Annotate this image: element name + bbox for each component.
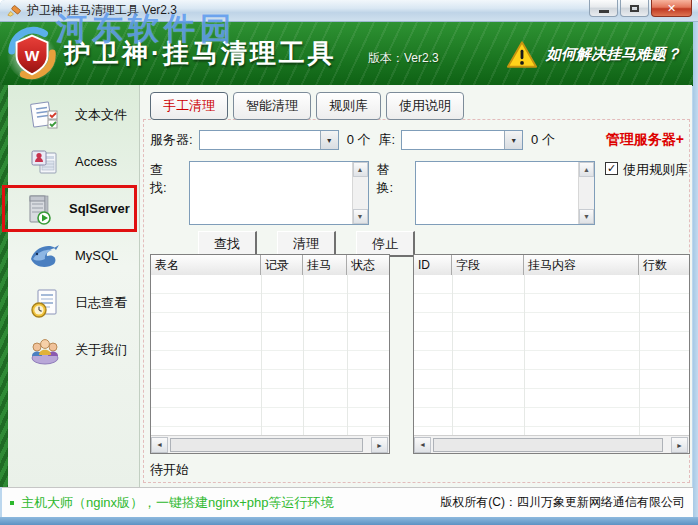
column-header-trojan-content[interactable]: 挂马内容: [524, 255, 639, 275]
tab-rule-library[interactable]: 规则库: [316, 92, 381, 120]
scroll-right-icon[interactable]: ►: [371, 437, 388, 453]
horizontal-scrollbar[interactable]: ◄ ►: [151, 435, 389, 453]
column-header-trojan[interactable]: 挂马: [303, 255, 347, 275]
find-label: 查 找:: [150, 161, 183, 225]
column-divider: [347, 275, 348, 436]
close-button[interactable]: ✕: [651, 0, 692, 17]
horizontal-scrollbar[interactable]: ◄ ►: [414, 435, 689, 453]
tab-smart-clean[interactable]: 智能清理: [233, 92, 311, 120]
scrollbar-thumb[interactable]: [433, 438, 663, 452]
column-divider: [303, 275, 304, 436]
help-link-text: 如何解决挂马难题？: [546, 45, 681, 64]
table-body[interactable]: [151, 275, 389, 436]
app-window: 护卫神·挂马清理工具 Ver2.3 ✕: [0, 0, 698, 525]
sidebar-item-sqlserver[interactable]: SqlServer: [2, 185, 137, 232]
replace-scrollbar[interactable]: ▲ ▼: [578, 162, 594, 224]
column-header-records[interactable]: 记录: [261, 255, 303, 275]
sidebar-item-label: 日志查看: [75, 294, 127, 312]
scroll-down-icon[interactable]: ▼: [579, 209, 594, 224]
table-body[interactable]: [414, 275, 689, 436]
tab-instructions[interactable]: 使用说明: [386, 92, 464, 120]
about-us-icon: [28, 333, 62, 367]
find-replace-row: 查 找: ▲ ▼ 替 换: ▲ ▼ ✓ 使用规则库: [150, 161, 688, 225]
column-divider: [524, 275, 525, 436]
title-bar: 护卫神·挂马清理工具 Ver2.3 ✕: [0, 0, 698, 22]
server-select[interactable]: ▼: [199, 130, 339, 150]
scroll-up-icon[interactable]: ▲: [579, 162, 594, 177]
scroll-up-icon[interactable]: ▲: [353, 162, 368, 177]
sidebar-item-text-file[interactable]: 文本文件: [8, 91, 139, 138]
warning-icon: [506, 40, 538, 69]
text-file-icon: [28, 98, 62, 132]
column-divider: [639, 275, 640, 436]
column-header-table-name[interactable]: 表名: [151, 255, 261, 275]
header-help-link[interactable]: 如何解决挂马难题？: [506, 40, 681, 69]
left-edge-decoration: [0, 85, 8, 487]
scrollbar-thumb[interactable]: [170, 438, 363, 452]
scroll-left-icon[interactable]: ◄: [414, 437, 431, 453]
window-controls: ✕: [589, 0, 692, 17]
db-select[interactable]: ▼: [401, 130, 523, 150]
app-brush-icon: [6, 3, 21, 18]
window-title: 护卫神·挂马清理工具 Ver2.3: [27, 2, 177, 19]
db-label: 库:: [378, 131, 395, 149]
sidebar-item-log-view[interactable]: 日志查看: [8, 279, 139, 326]
scroll-right-icon[interactable]: ►: [671, 437, 688, 453]
tab-bar: 手工清理 智能清理 规则库 使用说明: [150, 92, 464, 120]
sidebar-item-about-us[interactable]: 关于我们: [8, 326, 139, 373]
promo-text: 主机大师（nginx版），一键搭建nginx+php等运行环境: [21, 494, 333, 512]
shield-logo-icon: W: [4, 24, 62, 82]
scroll-down-icon[interactable]: ▼: [353, 209, 368, 224]
server-label: 服务器:: [150, 131, 193, 149]
column-divider: [452, 275, 453, 436]
tab-manual-clean[interactable]: 手工清理: [150, 92, 228, 120]
column-divider: [261, 275, 262, 436]
status-text: 待开始: [150, 461, 189, 479]
minimize-button[interactable]: [589, 0, 618, 17]
scroll-left-icon[interactable]: ◄: [151, 437, 168, 453]
main-panel: 手工清理 智能清理 规则库 使用说明 服务器: ▼ 0 个 库: ▼ 0 个 管…: [140, 85, 692, 487]
replace-label: 替 换:: [377, 161, 410, 225]
manage-servers-link[interactable]: 管理服务器+: [606, 131, 684, 149]
trojan-detail-list: ID 字段 挂马内容 行数 ◄ ►: [413, 254, 690, 454]
use-rules-checkbox[interactable]: ✓: [605, 162, 618, 175]
sidebar-item-label: 关于我们: [75, 341, 127, 359]
find-scrollbar[interactable]: ▲ ▼: [352, 162, 368, 224]
use-rules-option[interactable]: ✓ 使用规则库: [605, 161, 688, 225]
chevron-down-icon[interactable]: ▼: [504, 131, 522, 149]
access-icon: [28, 145, 62, 179]
replace-textarea[interactable]: ▲ ▼: [415, 161, 595, 225]
promo-bullet: [10, 501, 14, 505]
minimize-icon: [599, 10, 609, 13]
copyright-text: 版权所有(C)：四川万象更新网络通信有限公司: [440, 494, 685, 511]
log-view-icon: [28, 286, 62, 320]
find-textarea[interactable]: ▲ ▼: [189, 161, 369, 225]
tables-result-list: 表名 记录 挂马 状态 ◄ ►: [150, 254, 390, 454]
column-header-status[interactable]: 状态: [347, 255, 389, 275]
use-rules-label: 使用规则库: [623, 161, 688, 179]
right-edge-decoration: [693, 22, 698, 525]
sidebar-item-label: SqlServer: [69, 201, 130, 216]
check-icon: ✓: [607, 162, 616, 175]
column-header-row-count[interactable]: 行数: [639, 255, 689, 275]
sqlserver-icon: [22, 192, 56, 226]
table-header-row: ID 字段 挂马内容 行数: [414, 255, 689, 276]
sidebar-item-mysql[interactable]: MySQL: [8, 232, 139, 279]
app-header: W 护卫神·挂马清理工具 版本：Ver2.3 如何解决挂马难题？: [0, 22, 693, 86]
table-header-row: 表名 记录 挂马 状态: [151, 255, 389, 276]
bottom-edge-decoration: [0, 517, 698, 525]
sidebar-item-access[interactable]: Access: [8, 138, 139, 185]
promo-link[interactable]: 主机大师（nginx版），一键搭建nginx+php等运行环境: [10, 494, 333, 512]
column-header-field[interactable]: 字段: [452, 255, 524, 275]
db-count: 0 个: [531, 131, 555, 149]
sidebar-item-label: MySQL: [75, 248, 118, 263]
svg-text:W: W: [25, 47, 40, 64]
sidebar-item-label: Access: [75, 154, 117, 169]
server-db-row: 服务器: ▼ 0 个 库: ▼ 0 个 管理服务器+: [150, 130, 684, 150]
maximize-button[interactable]: [620, 0, 649, 17]
close-icon: ✕: [667, 2, 676, 15]
column-header-id[interactable]: ID: [414, 255, 452, 275]
server-count: 0 个: [347, 131, 371, 149]
chevron-down-icon[interactable]: ▼: [320, 131, 338, 149]
footer-bar: 主机大师（nginx版），一键搭建nginx+php等运行环境 版权所有(C)：…: [2, 487, 693, 517]
